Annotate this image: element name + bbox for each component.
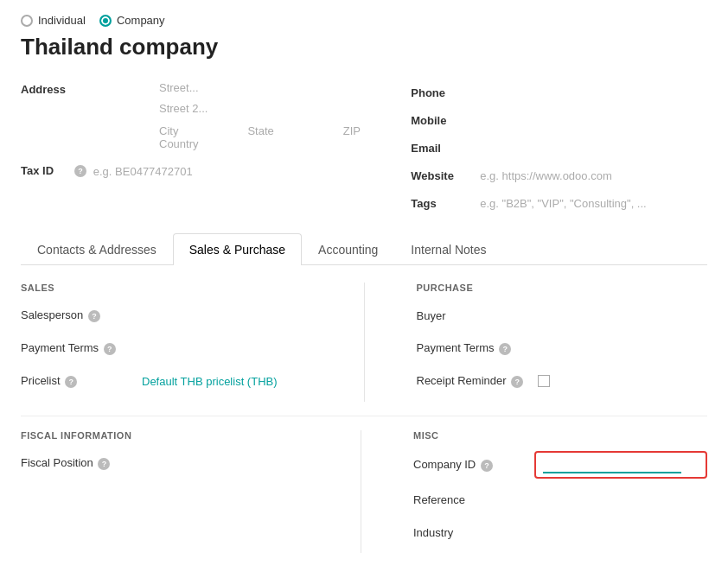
tabs-container: Contacts & Addresses Sales & Purchase Ac… — [21, 233, 707, 265]
website-label: Website — [411, 169, 480, 182]
tab-internal-notes[interactable]: Internal Notes — [394, 233, 502, 265]
sales-column: SALES Salesperson ? Payment Terms ? Pric… — [21, 283, 312, 402]
website-row: Website e.g. https://www.odoo.com — [411, 164, 707, 187]
content-grid-bottom: FISCAL INFORMATION Fiscal Position ? MIS… — [21, 430, 707, 553]
receipt-reminder-help-icon[interactable]: ? — [511, 376, 523, 388]
fiscal-column: FISCAL INFORMATION Fiscal Position ? — [21, 430, 309, 553]
taxid-placeholder[interactable]: e.g. BE0477472701 — [93, 163, 193, 178]
misc-section-header: MISC — [413, 430, 707, 441]
tab-accounting[interactable]: Accounting — [302, 233, 394, 265]
main-form: Address Street... Street 2... City State… — [21, 81, 707, 219]
contact-type-selector: Individual Company — [21, 14, 707, 27]
company-id-help-icon[interactable]: ? — [481, 460, 493, 472]
payment-terms-sales-label: Payment Terms ? — [21, 341, 142, 355]
zip-field[interactable]: ZIP — [343, 123, 361, 137]
industry-label: Industry — [413, 526, 534, 539]
phone-row: Phone — [411, 81, 707, 104]
email-row: Email — [411, 137, 707, 159]
industry-row: Industry — [413, 520, 707, 544]
buyer-label: Buyer — [417, 309, 538, 322]
phone-label: Phone — [411, 86, 480, 99]
purchase-column: PURCHASE Buyer Payment Terms ? Receipt R… — [417, 283, 708, 402]
salesperson-label: Salesperson ? — [21, 308, 142, 322]
address-label: Address — [21, 81, 90, 96]
tab-content-sales-purchase: SALES Salesperson ? Payment Terms ? Pric… — [21, 265, 707, 570]
reference-label: Reference — [413, 493, 534, 506]
tags-label: Tags — [411, 197, 480, 210]
company-id-highlighted-box — [534, 451, 707, 479]
website-placeholder[interactable]: e.g. https://www.odoo.com — [480, 169, 611, 182]
address-field-row: Address Street... Street 2... City State… — [21, 81, 376, 158]
tags-placeholder[interactable]: e.g. "B2B", "VIP", "Consulting", ... — [480, 197, 646, 210]
form-left: Address Street... Street 2... City State… — [21, 81, 376, 219]
company-radio[interactable] — [99, 15, 112, 27]
payment-terms-sales-row: Payment Terms ? — [21, 336, 312, 360]
purchase-section-header: PURCHASE — [417, 283, 708, 293]
receipt-reminder-checkbox[interactable] — [538, 375, 550, 387]
tab-contacts[interactable]: Contacts & Addresses — [21, 233, 173, 265]
content-grid-top: SALES Salesperson ? Payment Terms ? Pric… — [21, 283, 707, 402]
page-title: Thailand company — [21, 34, 707, 60]
fiscal-position-label: Fiscal Position ? — [21, 456, 142, 470]
company-id-label: Company ID ? — [413, 458, 534, 472]
misc-column: MISC Company ID ? Reference Ind — [413, 430, 707, 553]
company-label: Company — [117, 14, 165, 27]
taxid-help-icon[interactable]: ? — [74, 165, 86, 177]
payment-terms-sales-help-icon[interactable]: ? — [104, 343, 116, 355]
payment-terms-purchase-help-icon[interactable]: ? — [499, 343, 511, 355]
address-block: Street... Street 2... City State ZIP Cou… — [159, 81, 361, 158]
state-field[interactable]: State — [247, 123, 273, 137]
payment-terms-purchase-label: Payment Terms ? — [417, 341, 538, 355]
fiscal-section-header: FISCAL INFORMATION — [21, 430, 309, 441]
salesperson-help-icon[interactable]: ? — [88, 310, 100, 322]
pricelist-value[interactable]: Default THB pricelist (THB) — [142, 375, 278, 388]
tab-sales-purchase[interactable]: Sales & Purchase — [173, 233, 302, 265]
pricelist-row: Pricelist ? Default THB pricelist (THB) — [21, 369, 312, 393]
pricelist-label: Pricelist ? — [21, 374, 142, 388]
email-label: Email — [411, 142, 480, 155]
reference-row: Reference — [413, 487, 707, 511]
company-id-row: Company ID ? — [413, 451, 707, 479]
col-divider-1 — [364, 283, 365, 402]
mobile-label: Mobile — [411, 114, 480, 127]
receipt-reminder-row: Receipt Reminder ? — [417, 369, 708, 393]
taxid-label: Tax ID — [21, 164, 73, 177]
form-right: Phone Mobile Email Website e.g. https://… — [411, 81, 707, 219]
company-id-input[interactable] — [543, 457, 681, 473]
receipt-reminder-checkbox-box[interactable] — [538, 375, 550, 387]
buyer-row: Buyer — [417, 303, 708, 327]
salesperson-row: Salesperson ? — [21, 303, 312, 327]
taxid-row: Tax ID ? e.g. BE0477472701 — [21, 163, 376, 178]
tags-row: Tags e.g. "B2B", "VIP", "Consulting", ..… — [411, 192, 707, 214]
street-field[interactable]: Street... — [159, 81, 361, 100]
street2-field[interactable]: Street 2... — [159, 102, 361, 121]
pricelist-help-icon[interactable]: ? — [65, 376, 77, 388]
individual-radio[interactable] — [21, 15, 33, 27]
company-option[interactable]: Company — [99, 14, 165, 27]
sales-section-header: SALES — [21, 283, 312, 293]
fiscal-position-help-icon[interactable]: ? — [98, 458, 110, 470]
payment-terms-purchase-row: Payment Terms ? — [417, 336, 708, 360]
col-divider-2 — [361, 430, 361, 553]
individual-option[interactable]: Individual — [21, 14, 86, 27]
mobile-row: Mobile — [411, 109, 707, 131]
receipt-reminder-label: Receipt Reminder ? — [417, 374, 538, 388]
fiscal-position-row: Fiscal Position ? — [21, 451, 309, 475]
country-field[interactable]: Country — [159, 137, 361, 156]
individual-label: Individual — [38, 14, 86, 27]
